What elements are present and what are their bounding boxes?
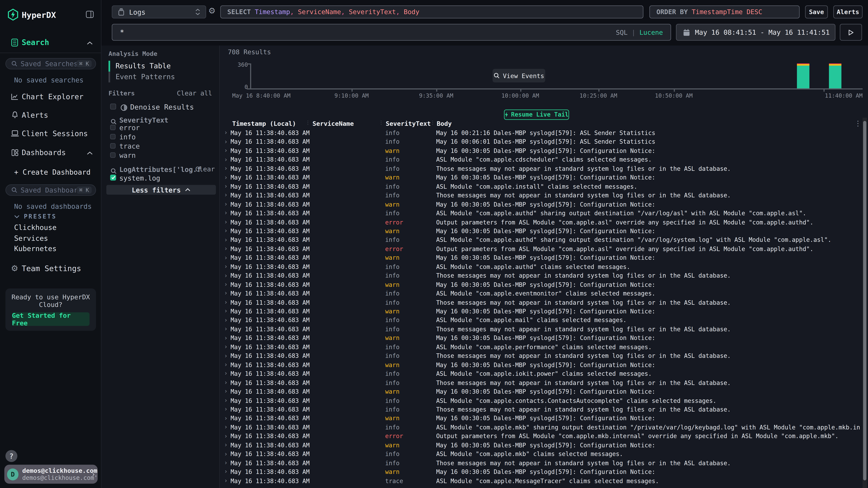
date-range-picker[interactable]: May 16 08:41:51 - May 16 11:41:51 xyxy=(676,24,835,41)
filter-option-info[interactable]: info xyxy=(119,133,135,141)
filter-checkbox-info[interactable] xyxy=(110,134,116,139)
log-row[interactable]: ›May 16 11:38:40.683 AMerrorOutput param… xyxy=(220,432,860,441)
log-row[interactable]: ›May 16 11:38:40.683 AMwarnMay 16 00:30:… xyxy=(220,200,860,209)
col-header-timestamp[interactable]: Timestamp (Local) xyxy=(232,119,296,128)
run-query-button[interactable] xyxy=(840,24,862,41)
log-row[interactable]: ›May 16 11:38:40.683 AMinfoASL Module "c… xyxy=(220,316,860,325)
row-expand-chevron-icon[interactable]: › xyxy=(224,245,228,253)
log-row[interactable]: ›May 16 11:38:40.683 AMerrorOutput param… xyxy=(220,245,860,253)
preset-clickhouse[interactable]: Clickhouse xyxy=(14,223,57,231)
log-row[interactable]: ›May 16 11:38:40.683 AMtraceASL Module "… xyxy=(220,477,860,485)
log-row[interactable]: ›May 16 11:38:40.683 AMwarnMay 16 00:30:… xyxy=(220,173,860,182)
col-header-severitytext[interactable]: SeverityText xyxy=(386,119,431,128)
row-expand-chevron-icon[interactable]: › xyxy=(224,343,228,352)
log-row[interactable]: ›May 16 11:38:40.683 AMinfoASL Module "c… xyxy=(220,343,860,352)
row-expand-chevron-icon[interactable]: › xyxy=(224,254,228,262)
log-row[interactable]: ›May 16 11:38:40.683 AMinfoASL Module "c… xyxy=(220,262,860,271)
help-button[interactable]: ? xyxy=(5,450,18,462)
clear-all-button[interactable]: Clear all xyxy=(177,90,212,97)
row-expand-chevron-icon[interactable]: › xyxy=(224,182,228,191)
tab-event-patterns[interactable]: Event Patterns xyxy=(116,73,175,81)
log-row[interactable]: ›May 16 11:38:40.683 AMinfoASL Module "c… xyxy=(220,236,860,245)
row-expand-chevron-icon[interactable]: › xyxy=(224,129,228,137)
filter-checkbox-warn[interactable] xyxy=(110,152,116,158)
sidebar-collapse-icon[interactable] xyxy=(86,10,94,21)
log-row[interactable]: ›May 16 11:38:40.683 AMwarnMay 16 00:30:… xyxy=(220,227,860,236)
row-expand-chevron-icon[interactable]: › xyxy=(224,432,228,441)
col-header-servicename[interactable]: ServiceName xyxy=(312,119,354,128)
row-expand-chevron-icon[interactable]: › xyxy=(224,173,228,182)
log-row[interactable]: ›May 16 11:38:40.683 AMinfoThose message… xyxy=(220,405,860,414)
view-events-button[interactable]: View Events xyxy=(493,69,545,83)
log-row[interactable]: ›May 16 11:38:40.683 AMwarnMay 16 00:30:… xyxy=(220,334,860,343)
row-expand-chevron-icon[interactable]: › xyxy=(224,450,228,459)
log-row[interactable]: ›May 16 11:38:40.683 AMinfoThose message… xyxy=(220,352,860,361)
log-row[interactable]: ›May 16 11:38:40.683 AMinfoASL Module "c… xyxy=(220,423,860,432)
row-expand-chevron-icon[interactable]: › xyxy=(224,307,228,316)
row-expand-chevron-icon[interactable]: › xyxy=(224,423,228,432)
log-row[interactable]: ›May 16 11:38:40.683 AMwarnMay 16 00:30:… xyxy=(220,254,860,262)
search-query-input[interactable]: * SQL | Lucene xyxy=(112,24,671,41)
log-row[interactable]: ›May 16 11:38:40.683 AMinfoASL Module "c… xyxy=(220,450,860,459)
log-row[interactable]: ›May 16 11:38:40.683 AMinfoMay 16 00:06:… xyxy=(220,137,860,147)
log-row[interactable]: ›May 16 11:38:40.683 AMinfoASL Module "c… xyxy=(220,369,860,378)
log-row[interactable]: ›May 16 11:38:40.683 AMinfoThose message… xyxy=(220,459,860,467)
row-expand-chevron-icon[interactable]: › xyxy=(224,387,228,396)
source-gear-icon[interactable]: ⚙ xyxy=(208,6,216,16)
lang-sql-toggle[interactable]: SQL xyxy=(616,29,628,36)
row-expand-chevron-icon[interactable]: › xyxy=(224,191,228,200)
row-expand-chevron-icon[interactable]: › xyxy=(224,352,228,361)
log-row[interactable]: ›May 16 11:38:40.683 AMwarnMay 16 00:30:… xyxy=(220,147,860,156)
tab-results-table[interactable]: Results Table xyxy=(116,62,171,70)
row-expand-chevron-icon[interactable]: › xyxy=(224,467,228,477)
saved-searches-input[interactable]: Saved Searches ⌘ K xyxy=(5,58,96,69)
column-resize-handle[interactable]: ⋮ xyxy=(430,120,435,125)
select-query-input[interactable]: SELECT Timestamp, ServiceName, SeverityT… xyxy=(220,5,643,19)
sidebar-item-client-sessions[interactable]: Client Sessions xyxy=(0,127,101,140)
row-expand-chevron-icon[interactable]: › xyxy=(224,441,228,450)
log-row[interactable]: ›May 16 11:38:40.683 AMinfoASL Module "c… xyxy=(220,289,860,298)
create-dashboard-button[interactable]: + Create Dashboard xyxy=(14,168,91,176)
log-row[interactable]: ›May 16 11:38:40.683 AMinfoThose message… xyxy=(220,271,860,280)
row-expand-chevron-icon[interactable]: › xyxy=(224,280,228,289)
order-by-input[interactable]: ORDER BY TimestampTime DESC xyxy=(649,5,800,19)
row-expand-chevron-icon[interactable]: › xyxy=(224,271,228,280)
saved-dashboards-input[interactable]: Saved Dashboards ⌘ K xyxy=(5,184,96,196)
row-expand-chevron-icon[interactable]: › xyxy=(224,164,228,173)
preset-kubernetes[interactable]: Kubernetes xyxy=(14,245,57,253)
log-row[interactable]: ›May 16 11:38:40.683 AMinfoASL Module "c… xyxy=(220,209,860,218)
log-row[interactable]: ›May 16 11:38:40.683 AMinfoThose message… xyxy=(220,191,860,200)
row-expand-chevron-icon[interactable]: › xyxy=(224,298,228,307)
preset-services[interactable]: Services xyxy=(14,234,48,242)
column-resize-handle[interactable]: ⋮ xyxy=(305,120,310,125)
row-expand-chevron-icon[interactable]: › xyxy=(224,361,228,369)
row-expand-chevron-icon[interactable]: › xyxy=(224,137,228,147)
sidebar-item-search[interactable]: Search xyxy=(0,36,101,49)
row-expand-chevron-icon[interactable]: › xyxy=(224,289,228,298)
log-row[interactable]: ›May 16 11:38:40.683 AMwarnMay 16 00:30:… xyxy=(220,387,860,396)
row-expand-chevron-icon[interactable]: › xyxy=(224,414,228,423)
presets-toggle[interactable]: PRESETS xyxy=(14,213,57,220)
histogram-bar[interactable] xyxy=(797,63,809,88)
column-resize-handle[interactable]: ⋮ xyxy=(379,120,383,125)
table-scrollbar-thumb[interactable] xyxy=(863,121,866,480)
histogram-bar[interactable] xyxy=(829,63,841,88)
row-expand-chevron-icon[interactable]: › xyxy=(224,369,228,378)
filter-option-systemlog[interactable]: system.log xyxy=(119,174,160,182)
log-row[interactable]: ›May 16 11:38:40.683 AMwarnMay 16 00:30:… xyxy=(220,361,860,369)
log-row[interactable]: ›May 16 11:38:40.683 AMinfoThose message… xyxy=(220,325,860,334)
row-expand-chevron-icon[interactable]: › xyxy=(224,477,228,485)
resume-live-tail-button[interactable]: Resume Live Tail xyxy=(504,109,569,120)
row-expand-chevron-icon[interactable]: › xyxy=(224,379,228,387)
log-row[interactable]: ›May 16 11:38:40.683 AMinfoThose message… xyxy=(220,164,860,173)
row-expand-chevron-icon[interactable]: › xyxy=(224,227,228,236)
row-expand-chevron-icon[interactable]: › xyxy=(224,236,228,245)
source-select[interactable]: Logs xyxy=(112,5,206,19)
log-row[interactable]: ›May 16 11:38:40.683 AMwarnMay 16 00:30:… xyxy=(220,414,860,423)
sidebar-item-alerts[interactable]: Alerts xyxy=(0,108,101,122)
row-expand-chevron-icon[interactable]: › xyxy=(224,334,228,343)
sidebar-item-dashboards[interactable]: Dashboards xyxy=(0,146,101,159)
denoise-checkbox[interactable] xyxy=(110,104,116,109)
sidebar-item-chart-explorer[interactable]: Chart Explorer xyxy=(0,90,101,103)
table-scrollbar-track[interactable] xyxy=(863,118,867,488)
